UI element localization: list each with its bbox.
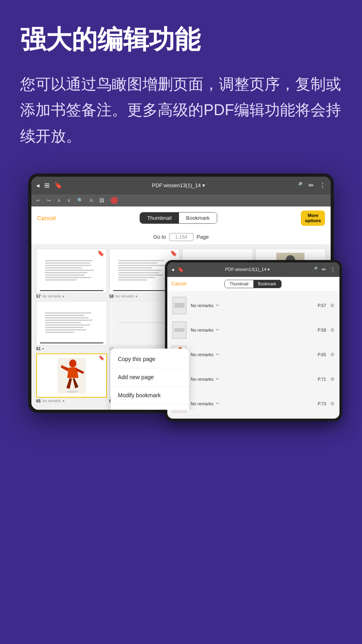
chevron-57[interactable]: ▾ <box>63 295 64 298</box>
hero-description: 您可以通过鸟瞰图增删页面，调整页序，复制或添加书签备注。更多高级的PDF编辑功能… <box>20 71 342 149</box>
second-tab-group: Thumbnail Bookmark <box>224 280 282 288</box>
second-mic-icon[interactable]: 🎤 <box>311 266 318 272</box>
bm-edit-65[interactable]: ✏ <box>216 352 219 357</box>
more-options-button[interactable]: Moreoptions <box>301 211 325 226</box>
undo-icon[interactable]: ↩ <box>36 198 40 203</box>
bookmark-item-65: No remarks ✏ P.65 ⚙ <box>167 343 339 367</box>
bm-text-65: No remarks <box>191 352 214 357</box>
second-tab-thumbnail[interactable]: Thumbnail <box>225 280 253 288</box>
thumb-cell-57: 🔖 <box>36 249 107 299</box>
img-icon[interactable]: 🖼 <box>99 198 104 203</box>
bookmark-icon[interactable]: 🔖 <box>54 182 62 189</box>
top-bar-left: ◂ ⊞ 🔖 <box>36 182 62 189</box>
top-bar: ◂ ⊞ 🔖 PDF:wissen13(1)_14 ▾ 🎤 ✏ ⋮ <box>31 177 331 194</box>
bm-text-71: No remarks <box>191 377 214 382</box>
thumb-lines-57 <box>43 257 99 285</box>
svg-point-12 <box>69 359 76 367</box>
second-top-bar-title: PDF:wissen13(1)_14 ▾ <box>225 267 270 272</box>
tab-group: Thumbnail Bookmark <box>140 212 217 224</box>
bm-page-65: P.65 <box>318 352 326 357</box>
goto-label: Go to <box>153 234 166 240</box>
bm-page-73: P.73 <box>318 401 326 406</box>
bm-page-58: P.58 <box>318 328 326 332</box>
nav-down-icon[interactable]: ∨ <box>67 198 71 203</box>
thumb-label-65: 65 No remarks ▾ <box>36 399 107 403</box>
goto-bar: Go to 1-164 Page <box>31 230 331 245</box>
avatar-icon[interactable] <box>111 197 118 204</box>
page-container: 强大的编辑功能 您可以通过鸟瞰图增删页面，调整页序，复制或添加书签备注。更多高级… <box>0 0 362 644</box>
bm-settings-71[interactable]: ⚙ <box>330 376 335 382</box>
bm-edit-57[interactable]: ✏ <box>216 303 219 308</box>
bm-settings-57[interactable]: ⚙ <box>330 303 335 308</box>
context-menu: Copy this page Add new page Modify bookm… <box>111 349 189 410</box>
bm-settings-65[interactable]: ⚙ <box>330 352 335 357</box>
menu-item-add[interactable]: Add new page <box>111 368 189 386</box>
second-pen-icon[interactable]: ✏ <box>322 266 326 272</box>
redo-icon[interactable]: ↪ <box>47 198 51 203</box>
bm-content-58: No remarks ✏ <box>191 328 314 332</box>
goto-input[interactable]: 1-164 <box>169 233 193 241</box>
svg-point-18 <box>66 390 79 393</box>
second-device-screen: ◂ 🔖 PDF:wissen13(1)_14 ▾ 🎤 ✏ ⋮ Ca <box>167 262 339 419</box>
second-more-icon[interactable]: ⋮ <box>330 266 335 272</box>
second-tab-bookmark[interactable]: Bookmark <box>253 280 281 288</box>
bm-settings-58[interactable]: ⚙ <box>330 327 335 333</box>
second-top-bar-left: ◂ 🔖 <box>171 266 184 272</box>
cancel-button[interactable]: Cancel <box>37 215 56 221</box>
bookmark-list: No remarks ✏ P.57 ⚙ <box>167 291 339 419</box>
back-icon[interactable]: ◂ <box>36 182 39 189</box>
second-top-bar: ◂ 🔖 PDF:wissen13(1)_14 ▾ 🎤 ✏ ⋮ <box>167 262 339 277</box>
top-bar-title: PDF:wissen13(1)_14 ▾ <box>152 182 205 188</box>
thumb-img-61[interactable] <box>36 301 107 345</box>
thumb-lines-58 <box>117 257 173 285</box>
thumb-cell-61: 61 ▾ <box>36 301 107 351</box>
second-back-icon[interactable]: ◂ <box>171 266 174 272</box>
bookmark-58: 🔖 <box>170 250 177 256</box>
second-top-bar-right: 🎤 ✏ ⋮ <box>311 266 335 272</box>
bookmark-item-58: No remarks ✏ P.58 ⚙ <box>167 318 339 343</box>
format-icon[interactable]: A <box>90 198 93 203</box>
bm-edit-58[interactable]: ✏ <box>216 328 219 332</box>
bookmark-item-71: No remarks ✏ P.71 ⚙ <box>167 367 339 392</box>
grid-icon[interactable]: ⊞ <box>44 182 49 189</box>
thumb-label-61: 61 ▾ <box>36 347 107 351</box>
chevron-58[interactable]: ▾ <box>136 295 137 298</box>
second-device: ◂ 🔖 PDF:wissen13(1)_14 ▾ 🎤 ✏ ⋮ Ca <box>165 260 342 421</box>
second-panel-header: Cancel Thumbnail Bookmark <box>167 277 339 291</box>
top-bar-right: 🎤 ✏ ⋮ <box>295 182 326 189</box>
search-icon[interactable]: 🔍 <box>77 198 83 203</box>
bm-content-65: No remarks ✏ <box>191 352 314 357</box>
toolbar-strip: ↩ ↪ ∧ ∨ 🔍 A 🖼 <box>31 194 331 206</box>
tab-bookmark[interactable]: Bookmark <box>179 213 217 223</box>
more-icon[interactable]: ⋮ <box>319 182 326 189</box>
nav-up-icon[interactable]: ∧ <box>57 198 61 203</box>
menu-item-delete[interactable]: Delete this page <box>111 405 189 410</box>
thumb-cell-65: 🔖 <box>36 353 107 403</box>
menu-item-modify[interactable]: Modify bookmark <box>111 386 189 405</box>
bm-text-58: No remarks <box>191 328 214 332</box>
mic-icon[interactable]: 🎤 <box>295 182 303 189</box>
bm-edit-73[interactable]: ✏ <box>216 401 219 406</box>
chevron-61[interactable]: ▾ <box>42 347 44 351</box>
bookmark-item-57: No remarks ✏ P.57 ⚙ <box>167 293 339 318</box>
bm-edit-71[interactable]: ✏ <box>216 377 219 381</box>
second-bookmark-icon[interactable]: 🔖 <box>177 266 184 272</box>
tab-thumbnail[interactable]: Thumbnail <box>140 213 179 223</box>
bookmark-65: 🔖 <box>99 355 105 361</box>
thumb-lines-61 <box>43 309 99 337</box>
chevron-65[interactable]: ▾ <box>63 399 64 403</box>
thumb-img-57[interactable]: 🔖 <box>36 249 107 293</box>
bm-page-71: P.71 <box>318 377 326 382</box>
thumb-img-65[interactable]: 🔖 <box>36 353 107 398</box>
bm-page-57: P.57 <box>318 303 326 308</box>
bookmark-57: 🔖 <box>97 250 104 256</box>
second-cancel-button[interactable]: Cancel <box>171 281 186 287</box>
bookmark-item-73: No remarks ✏ P.73 ⚙ <box>167 392 339 416</box>
bm-content-71: No remarks ✏ <box>191 377 314 382</box>
illustration-65 <box>58 358 86 393</box>
menu-item-copy[interactable]: Copy this page <box>111 350 189 368</box>
pen-icon[interactable]: ✏ <box>309 182 314 189</box>
bm-content-73: No remarks ✏ <box>191 401 314 406</box>
bm-settings-73[interactable]: ⚙ <box>330 401 335 407</box>
thumb-label-57: 57 No remarks ▾ <box>36 294 107 299</box>
